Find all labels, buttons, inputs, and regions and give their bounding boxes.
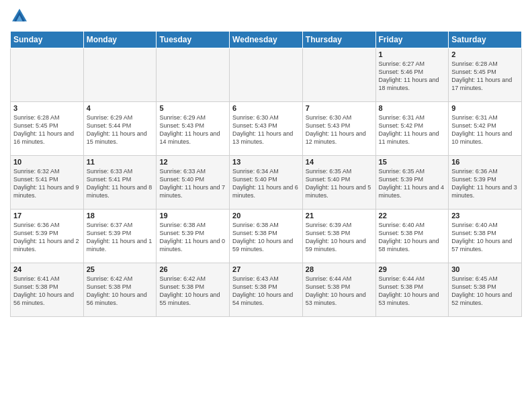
day-number: 18	[87, 212, 154, 220]
day-info: Sunrise: 6:28 AMSunset: 5:45 PMDaylight:…	[13, 113, 81, 146]
day-number: 16	[451, 158, 519, 166]
day-info: Sunrise: 6:31 AMSunset: 5:42 PMDaylight:…	[451, 113, 519, 146]
day-info: Sunrise: 6:34 AMSunset: 5:40 PMDaylight:…	[232, 167, 300, 200]
calendar-week-row: 17Sunrise: 6:36 AMSunset: 5:39 PMDayligh…	[11, 210, 522, 263]
day-number: 30	[451, 265, 519, 273]
day-number: 21	[306, 212, 373, 220]
calendar-week-row: 1Sunrise: 6:27 AMSunset: 5:46 PMDaylight…	[11, 48, 522, 102]
day-number: 5	[159, 104, 226, 112]
day-number: 15	[379, 158, 446, 166]
day-info: Sunrise: 6:30 AMSunset: 5:43 PMDaylight:…	[306, 113, 373, 146]
day-info: Sunrise: 6:44 AMSunset: 5:38 PMDaylight:…	[379, 275, 446, 308]
day-info: Sunrise: 6:31 AMSunset: 5:42 PMDaylight:…	[379, 113, 446, 146]
calendar-cell	[230, 48, 303, 102]
logo	[10, 7, 32, 26]
day-info: Sunrise: 6:38 AMSunset: 5:39 PMDaylight:…	[159, 221, 226, 254]
calendar-week-row: 10Sunrise: 6:32 AMSunset: 5:41 PMDayligh…	[11, 156, 522, 210]
calendar-cell: 11Sunrise: 6:33 AMSunset: 5:41 PMDayligh…	[83, 156, 157, 210]
calendar-cell: 25Sunrise: 6:42 AMSunset: 5:38 PMDayligh…	[83, 263, 157, 317]
calendar-cell: 19Sunrise: 6:38 AMSunset: 5:39 PMDayligh…	[157, 210, 230, 263]
page-container: SundayMondayTuesdayWednesdayThursdayFrid…	[0, 0, 532, 411]
calendar-cell	[11, 48, 84, 102]
calendar-cell: 28Sunrise: 6:44 AMSunset: 5:38 PMDayligh…	[302, 263, 375, 317]
day-number: 11	[87, 158, 154, 166]
day-number: 29	[379, 265, 446, 273]
day-number: 26	[159, 265, 226, 273]
weekday-header-thursday: Thursday	[302, 32, 375, 48]
weekday-header-wednesday: Wednesday	[230, 32, 303, 48]
day-info: Sunrise: 6:27 AMSunset: 5:46 PMDaylight:…	[379, 60, 446, 93]
day-info: Sunrise: 6:38 AMSunset: 5:38 PMDaylight:…	[232, 221, 300, 254]
day-number: 28	[306, 265, 373, 273]
day-number: 14	[306, 158, 373, 166]
day-number: 22	[379, 212, 446, 220]
calendar-cell	[83, 48, 157, 102]
calendar-cell: 23Sunrise: 6:40 AMSunset: 5:38 PMDayligh…	[449, 210, 522, 263]
calendar-week-row: 24Sunrise: 6:41 AMSunset: 5:38 PMDayligh…	[11, 263, 522, 317]
calendar-cell: 22Sunrise: 6:40 AMSunset: 5:38 PMDayligh…	[375, 210, 449, 263]
calendar-cell: 4Sunrise: 6:29 AMSunset: 5:44 PMDaylight…	[83, 102, 157, 156]
calendar-cell	[157, 48, 230, 102]
day-info: Sunrise: 6:32 AMSunset: 5:41 PMDaylight:…	[13, 167, 81, 200]
calendar-cell	[302, 48, 375, 102]
day-number: 23	[451, 212, 519, 220]
calendar-cell: 12Sunrise: 6:33 AMSunset: 5:40 PMDayligh…	[157, 156, 230, 210]
day-info: Sunrise: 6:42 AMSunset: 5:38 PMDaylight:…	[87, 275, 154, 308]
calendar-cell: 20Sunrise: 6:38 AMSunset: 5:38 PMDayligh…	[230, 210, 303, 263]
day-info: Sunrise: 6:40 AMSunset: 5:38 PMDaylight:…	[379, 221, 446, 254]
day-number: 20	[232, 212, 300, 220]
day-info: Sunrise: 6:43 AMSunset: 5:38 PMDaylight:…	[232, 275, 300, 308]
weekday-header-row: SundayMondayTuesdayWednesdayThursdayFrid…	[11, 32, 522, 48]
day-info: Sunrise: 6:30 AMSunset: 5:43 PMDaylight:…	[232, 113, 300, 146]
calendar-cell: 7Sunrise: 6:30 AMSunset: 5:43 PMDaylight…	[302, 102, 375, 156]
day-number: 25	[87, 265, 154, 273]
calendar-cell: 2Sunrise: 6:28 AMSunset: 5:45 PMDaylight…	[449, 48, 522, 102]
day-info: Sunrise: 6:37 AMSunset: 5:39 PMDaylight:…	[87, 221, 154, 254]
weekday-header-friday: Friday	[375, 32, 449, 48]
calendar-cell: 29Sunrise: 6:44 AMSunset: 5:38 PMDayligh…	[375, 263, 449, 317]
calendar-cell: 3Sunrise: 6:28 AMSunset: 5:45 PMDaylight…	[11, 102, 84, 156]
day-info: Sunrise: 6:29 AMSunset: 5:43 PMDaylight:…	[159, 113, 226, 146]
day-info: Sunrise: 6:33 AMSunset: 5:41 PMDaylight:…	[87, 167, 154, 200]
calendar-cell: 15Sunrise: 6:35 AMSunset: 5:39 PMDayligh…	[375, 156, 449, 210]
calendar-week-row: 3Sunrise: 6:28 AMSunset: 5:45 PMDaylight…	[11, 102, 522, 156]
day-info: Sunrise: 6:28 AMSunset: 5:45 PMDaylight:…	[451, 60, 519, 93]
calendar-cell: 26Sunrise: 6:42 AMSunset: 5:38 PMDayligh…	[157, 263, 230, 317]
calendar-cell: 30Sunrise: 6:45 AMSunset: 5:38 PMDayligh…	[449, 263, 522, 317]
calendar-table: SundayMondayTuesdayWednesdayThursdayFrid…	[10, 31, 522, 317]
day-number: 24	[13, 265, 81, 273]
day-info: Sunrise: 6:45 AMSunset: 5:38 PMDaylight:…	[451, 275, 519, 308]
day-number: 12	[159, 158, 226, 166]
calendar-body: 1Sunrise: 6:27 AMSunset: 5:46 PMDaylight…	[11, 48, 522, 317]
day-info: Sunrise: 6:33 AMSunset: 5:40 PMDaylight:…	[159, 167, 226, 200]
calendar-cell: 14Sunrise: 6:35 AMSunset: 5:40 PMDayligh…	[302, 156, 375, 210]
day-info: Sunrise: 6:35 AMSunset: 5:40 PMDaylight:…	[306, 167, 373, 200]
logo-icon	[10, 7, 29, 26]
day-number: 3	[13, 104, 81, 112]
day-number: 2	[451, 50, 519, 58]
day-info: Sunrise: 6:35 AMSunset: 5:39 PMDaylight:…	[379, 167, 446, 200]
day-info: Sunrise: 6:29 AMSunset: 5:44 PMDaylight:…	[87, 113, 154, 146]
day-number: 8	[379, 104, 446, 112]
calendar-cell: 16Sunrise: 6:36 AMSunset: 5:39 PMDayligh…	[449, 156, 522, 210]
day-number: 10	[13, 158, 81, 166]
day-number: 17	[13, 212, 81, 220]
calendar-cell: 1Sunrise: 6:27 AMSunset: 5:46 PMDaylight…	[375, 48, 449, 102]
calendar-cell: 13Sunrise: 6:34 AMSunset: 5:40 PMDayligh…	[230, 156, 303, 210]
day-number: 6	[232, 104, 300, 112]
day-info: Sunrise: 6:44 AMSunset: 5:38 PMDaylight:…	[306, 275, 373, 308]
calendar-cell: 10Sunrise: 6:32 AMSunset: 5:41 PMDayligh…	[11, 156, 84, 210]
day-info: Sunrise: 6:42 AMSunset: 5:38 PMDaylight:…	[159, 275, 226, 308]
day-number: 27	[232, 265, 300, 273]
weekday-header-saturday: Saturday	[449, 32, 522, 48]
calendar-header: SundayMondayTuesdayWednesdayThursdayFrid…	[11, 32, 522, 48]
day-number: 4	[87, 104, 154, 112]
day-number: 9	[451, 104, 519, 112]
calendar-cell: 24Sunrise: 6:41 AMSunset: 5:38 PMDayligh…	[11, 263, 84, 317]
day-number: 19	[159, 212, 226, 220]
day-info: Sunrise: 6:39 AMSunset: 5:38 PMDaylight:…	[306, 221, 373, 254]
weekday-header-sunday: Sunday	[11, 32, 84, 48]
day-info: Sunrise: 6:41 AMSunset: 5:38 PMDaylight:…	[13, 275, 81, 308]
calendar-cell: 6Sunrise: 6:30 AMSunset: 5:43 PMDaylight…	[230, 102, 303, 156]
day-number: 13	[232, 158, 300, 166]
